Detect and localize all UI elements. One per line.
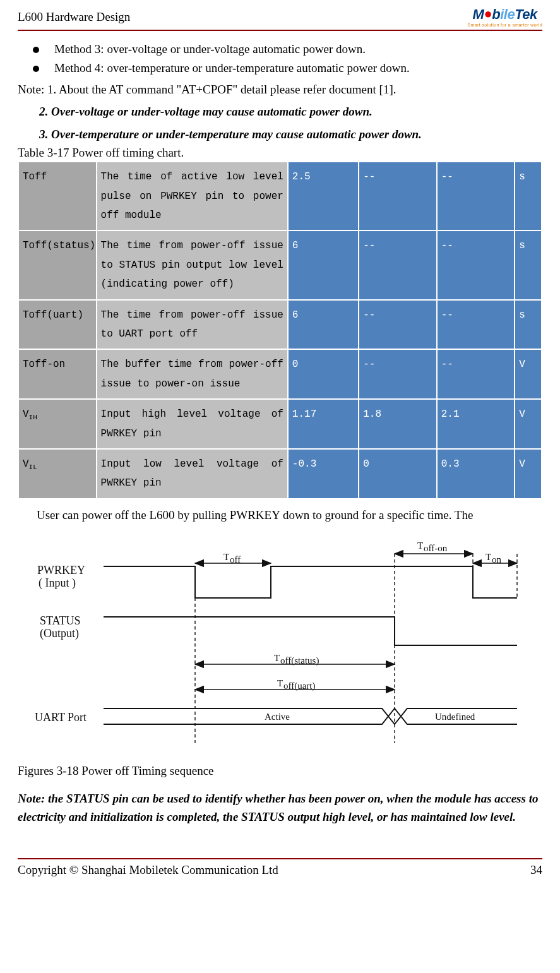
note-line-bold: 3. Over-temperature or under-temperature…: [39, 125, 542, 143]
cell-param: Toff-on: [18, 349, 97, 399]
cell-unit: V: [515, 449, 542, 499]
diag-text-active: Active: [265, 712, 290, 722]
body-text: User can power off the L600 by pulling P…: [37, 508, 542, 522]
svg-text:T: T: [223, 552, 229, 562]
cell-param: Toff(uart): [18, 300, 97, 350]
timing-diagram: PWRKEY ( Input ) STATUS (Output) UART Po…: [31, 535, 530, 746]
cell-unit: V: [515, 349, 542, 399]
cell-min: 0: [288, 349, 359, 399]
cell-max: 0.3: [437, 449, 515, 499]
bullet-icon: [33, 47, 39, 53]
logo-dot-icon: ●: [484, 6, 492, 21]
table-row: Toff(status) The time from power-off iss…: [18, 230, 542, 299]
list-item: Method 4: over-temperature or under-temp…: [30, 61, 542, 75]
cell-typ: --: [359, 162, 437, 230]
logo-part-b: b: [492, 6, 500, 22]
cell-max: 2.1: [437, 399, 515, 449]
cell-max: --: [437, 300, 515, 350]
svg-text:off: off: [230, 554, 241, 564]
page-footer: Copyright © Shanghai Mobiletek Communica…: [18, 863, 542, 877]
diag-label-status: STATUS: [40, 614, 81, 627]
footer-page-number: 34: [530, 863, 542, 877]
doc-title: L600 Hardware Design: [18, 10, 130, 24]
table-row: Toff The time of active low level pulse …: [18, 162, 542, 230]
logo-part-ile: ile: [500, 6, 515, 22]
svg-text:T: T: [417, 540, 423, 551]
svg-text:T: T: [274, 653, 280, 663]
cell-param: VIL: [18, 449, 97, 499]
list-text: Method 3: over-voltage or under-voltage …: [54, 42, 366, 56]
cell-min: 6: [288, 230, 359, 299]
brand-logo: M●bileTek Smart solution for a smarter w…: [467, 6, 542, 27]
cell-unit: s: [515, 300, 542, 350]
logo-text: M●bileTek: [473, 6, 537, 23]
cell-typ: --: [359, 230, 437, 299]
cell-typ: 1.8: [359, 399, 437, 449]
cell-typ: 0: [359, 449, 437, 499]
note-line-bold: 2. Over-voltage or under-voltage may cau…: [39, 102, 542, 121]
table-row: VIH Input high level voltage of PWRKEY p…: [18, 399, 542, 449]
note-paragraph: Note: the STATUS pin can be used to iden…: [18, 789, 542, 827]
diag-label-uart: UART Port: [35, 711, 86, 724]
timing-diagram-svg: PWRKEY ( Input ) STATUS (Output) UART Po…: [31, 535, 530, 743]
method-list: Method 3: over-voltage or under-voltage …: [30, 42, 542, 75]
cell-param: VIH: [18, 399, 97, 449]
cell-param: Toff(status): [18, 230, 97, 299]
cell-desc: The buffer time from power-off issue to …: [97, 349, 288, 399]
cell-typ: --: [359, 300, 437, 350]
svg-text:off(uart): off(uart): [283, 681, 316, 691]
note-line: Note: 1. About the AT command "AT+CPOF" …: [18, 80, 542, 98]
diag-label-pwrkey: PWRKEY: [37, 564, 85, 576]
logo-tagline: Smart solution for a smarter world: [467, 23, 542, 27]
footer-copyright: Copyright © Shanghai Mobiletek Communica…: [18, 863, 278, 877]
cell-desc: The time from power-off issue to STATUS …: [97, 230, 288, 299]
table-row: Toff-on The buffer time from power-off i…: [18, 349, 542, 399]
cell-min: 1.17: [288, 399, 359, 449]
cell-desc: Input low level voltage of PWRKEY pin: [97, 449, 288, 499]
cell-max: --: [437, 230, 515, 299]
param-sub: IL: [29, 463, 37, 471]
cell-max: --: [437, 162, 515, 230]
header-rule: [18, 30, 542, 31]
svg-text:on: on: [492, 554, 502, 564]
cell-param: Toff: [18, 162, 97, 230]
cell-min: 6: [288, 300, 359, 350]
svg-text:off-on: off-on: [424, 543, 448, 553]
page-header: L600 Hardware Design M●bileTek Smart sol…: [18, 6, 542, 27]
diag-text-undef: Undefined: [435, 712, 475, 722]
figure-caption: Figures 3-18 Power off Timing sequence: [18, 764, 542, 778]
param-pre: V: [23, 409, 29, 420]
logo-part-m: M: [473, 6, 484, 22]
diag-label-pwrkey-sub: ( Input ): [39, 576, 76, 590]
param-pre: V: [23, 458, 29, 470]
list-item: Method 3: over-voltage or under-voltage …: [30, 42, 542, 56]
param-sub: IH: [29, 414, 37, 421]
cell-min: 2.5: [288, 162, 359, 230]
cell-unit: V: [515, 399, 542, 449]
cell-unit: s: [515, 230, 542, 299]
svg-text:T: T: [277, 678, 283, 688]
logo-part-tek: Tek: [515, 6, 537, 22]
svg-text:T: T: [486, 552, 491, 562]
table-row: Toff(uart) The time from power-off issue…: [18, 300, 542, 350]
svg-text:off(status): off(status): [280, 655, 319, 666]
diag-label-status-sub: (Output): [40, 627, 79, 640]
list-text: Method 4: over-temperature or under-temp…: [54, 61, 410, 75]
cell-desc: The time from power-off issue to UART po…: [97, 300, 288, 350]
table-row: VIL Input low level voltage of PWRKEY pi…: [18, 449, 542, 499]
cell-typ: --: [359, 349, 437, 399]
params-table: Toff The time of active low level pulse …: [18, 161, 542, 499]
cell-desc: The time of active low level pulse on PW…: [97, 162, 288, 230]
table-caption: Table 3-17 Power off timing chart.: [18, 146, 542, 160]
bullet-icon: [33, 66, 39, 72]
footer-rule: [18, 858, 542, 859]
cell-desc: Input high level voltage of PWRKEY pin: [97, 399, 288, 449]
cell-unit: s: [515, 162, 542, 230]
cell-max: --: [437, 349, 515, 399]
cell-min: -0.3: [288, 449, 359, 499]
